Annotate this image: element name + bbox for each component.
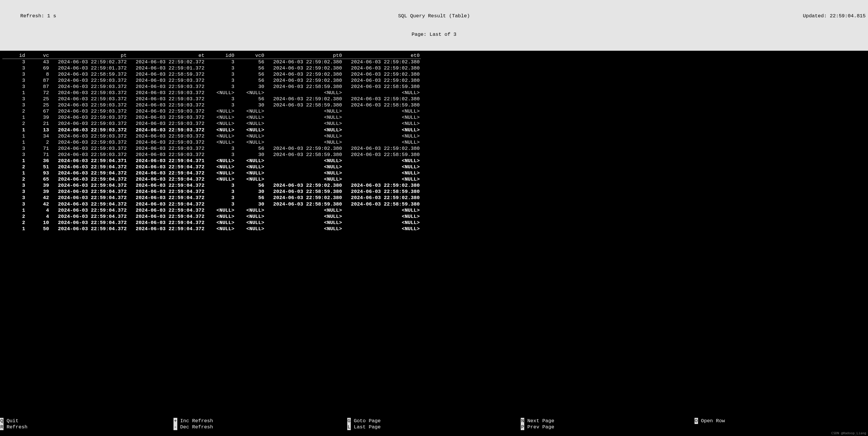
cell-pt0: 2024-06-03 22:59:02.380 — [266, 145, 343, 152]
cell-id: 3 — [2, 182, 26, 188]
cell-et: 2024-06-03 22:59:04.372 — [128, 220, 206, 226]
col-vc: vc — [26, 53, 51, 59]
cell-et: 2024-06-03 22:59:03.372 — [128, 90, 206, 96]
cell-pt0: 2024-06-03 22:58:59.380 — [266, 152, 343, 158]
cell-et0: 2024-06-03 22:58:59.380 — [343, 201, 421, 207]
table-row[interactable]: 1722024-06-03 22:59:03.3722024-06-03 22:… — [2, 90, 421, 96]
cell-et: 2024-06-03 22:59:04.372 — [128, 164, 206, 170]
cell-id: 3 — [2, 145, 26, 152]
cell-et0: 2024-06-03 22:58:59.380 — [343, 84, 421, 90]
keycap: Q — [0, 418, 3, 424]
table-row[interactable]: 3872024-06-03 22:59:03.3722024-06-03 22:… — [2, 78, 421, 84]
table-row[interactable]: 122024-06-03 22:59:03.3722024-06-03 22:5… — [2, 139, 421, 145]
table-row[interactable]: 1342024-06-03 22:59:03.3722024-06-03 22:… — [2, 133, 421, 139]
table-row[interactable]: 3712024-06-03 22:59:03.3722024-06-03 22:… — [2, 152, 421, 158]
help-key-open-row[interactable]: O Open Row — [694, 418, 868, 424]
table-row[interactable]: 3252024-06-03 22:59:03.3722024-06-03 22:… — [2, 102, 421, 108]
table-row[interactable]: 3392024-06-03 22:59:04.3722024-06-03 22:… — [2, 182, 421, 188]
help-key-dec-refresh[interactable]: - Dec Refresh — [174, 424, 347, 430]
table-row[interactable]: 2652024-06-03 22:59:04.3722024-06-03 22:… — [2, 176, 421, 182]
table-row[interactable]: 142024-06-03 22:59:04.3722024-06-03 22:5… — [2, 207, 421, 213]
cell-vc: 4 — [26, 207, 51, 213]
table-row[interactable]: 2512024-06-03 22:59:04.3722024-06-03 22:… — [2, 164, 421, 170]
help-key-next-page[interactable]: N Next Page — [521, 418, 694, 424]
cell-vc0: 30 — [236, 84, 266, 90]
cell-pt: 2024-06-03 22:59:03.372 — [50, 127, 128, 133]
cell-id: 2 — [2, 220, 26, 226]
table-row[interactable]: 1132024-06-03 22:59:03.3722024-06-03 22:… — [2, 127, 421, 133]
table-row[interactable]: 242024-06-03 22:59:04.3722024-06-03 22:5… — [2, 213, 421, 220]
help-key-goto-page[interactable]: G Goto Page — [347, 418, 521, 424]
cell-vc0: <NULL> — [236, 226, 266, 232]
cell-vc0: 56 — [236, 71, 266, 78]
cell-pt: 2024-06-03 22:59:04.372 — [50, 207, 128, 213]
cell-pt: 2024-06-03 22:59:03.372 — [50, 108, 128, 114]
cell-pt: 2024-06-03 22:59:04.372 — [50, 176, 128, 182]
table-row[interactable]: 3872024-06-03 22:59:03.3722024-06-03 22:… — [2, 84, 421, 90]
table-row[interactable]: 3432024-06-03 22:59:02.3722024-06-03 22:… — [2, 59, 421, 65]
help-key-refresh[interactable]: R Refresh — [0, 424, 174, 430]
cell-id0: <NULL> — [206, 120, 236, 127]
cell-vc0: <NULL> — [236, 108, 266, 114]
table-row[interactable]: 3692024-06-03 22:59:01.3722024-06-03 22:… — [2, 65, 421, 71]
table-row[interactable]: 3712024-06-03 22:59:03.3722024-06-03 22:… — [2, 145, 421, 152]
table-row[interactable]: 1392024-06-03 22:59:03.3722024-06-03 22:… — [2, 114, 421, 120]
cell-id: 2 — [2, 176, 26, 182]
help-key-quit[interactable]: Q Quit — [0, 418, 174, 424]
cell-pt0: 2024-06-03 22:59:02.380 — [266, 65, 343, 71]
cell-id0: <NULL> — [206, 133, 236, 139]
cell-id: 3 — [2, 102, 26, 108]
cell-id: 2 — [2, 108, 26, 114]
table-row[interactable]: 1932024-06-03 22:59:04.3722024-06-03 22:… — [2, 170, 421, 176]
cell-vc: 50 — [26, 226, 51, 232]
cell-et0: <NULL> — [343, 139, 421, 145]
help-key-prev-page[interactable]: P Prev Page — [521, 424, 694, 430]
cell-vc0: <NULL> — [236, 127, 266, 133]
cell-id0: <NULL> — [206, 158, 236, 164]
table-row[interactable]: 3392024-06-03 22:59:04.3722024-06-03 22:… — [2, 188, 421, 195]
cell-et: 2024-06-03 22:59:04.372 — [128, 188, 206, 195]
cell-id0: <NULL> — [206, 164, 236, 170]
cell-pt0: <NULL> — [266, 158, 343, 164]
table-row[interactable]: 2102024-06-03 22:59:04.3722024-06-03 22:… — [2, 220, 421, 226]
cell-id0: 3 — [206, 78, 236, 84]
table-row[interactable]: 1362024-06-03 22:59:04.3712024-06-03 22:… — [2, 158, 421, 164]
help-col: Q QuitR Refresh — [0, 418, 174, 430]
cell-pt: 2024-06-03 22:59:01.372 — [50, 65, 128, 71]
cell-et0: <NULL> — [343, 158, 421, 164]
cell-et: 2024-06-03 22:59:03.372 — [128, 139, 206, 145]
help-label: Refresh — [3, 424, 28, 430]
cell-vc0: 56 — [236, 59, 266, 65]
help-label: Open Row — [698, 418, 725, 424]
keycap: O — [694, 418, 698, 424]
table-row[interactable]: 3252024-06-03 22:59:03.3722024-06-03 22:… — [2, 96, 421, 102]
cell-id0: <NULL> — [206, 207, 236, 213]
cell-pt: 2024-06-03 22:59:04.371 — [50, 158, 128, 164]
table-row[interactable]: 382024-06-03 22:58:59.3722024-06-03 22:5… — [2, 71, 421, 78]
cell-vc: 39 — [26, 188, 51, 195]
cell-id: 3 — [2, 71, 26, 78]
result-table: id vc pt et id0 vc0 pt0 et0 3432024-06-0… — [2, 53, 421, 232]
status-bar: Refresh: 1 s SQL Query Result (Table) Pa… — [0, 0, 868, 51]
help-label: Next Page — [524, 418, 554, 424]
cell-pt: 2024-06-03 22:59:03.372 — [50, 145, 128, 152]
cell-id0: <NULL> — [206, 226, 236, 232]
table-row[interactable]: 1502024-06-03 22:59:04.3722024-06-03 22:… — [2, 226, 421, 232]
cell-id0: 3 — [206, 71, 236, 78]
table-row[interactable]: 3422024-06-03 22:59:04.3722024-06-03 22:… — [2, 195, 421, 201]
cell-id0: <NULL> — [206, 114, 236, 120]
cell-vc0: <NULL> — [236, 176, 266, 182]
table-row[interactable]: 2212024-06-03 22:59:03.3722024-06-03 22:… — [2, 120, 421, 127]
cell-id0: 3 — [206, 59, 236, 65]
help-key-inc-refresh[interactable]: + Inc Refresh — [174, 418, 347, 424]
cell-id0: <NULL> — [206, 213, 236, 220]
cell-pt: 2024-06-03 22:59:03.372 — [50, 78, 128, 84]
cell-id: 1 — [2, 158, 26, 164]
table-row[interactable]: 2672024-06-03 22:59:03.3722024-06-03 22:… — [2, 108, 421, 114]
cell-et: 2024-06-03 22:59:03.372 — [128, 84, 206, 90]
table-row[interactable]: 3422024-06-03 22:59:04.3722024-06-03 22:… — [2, 201, 421, 207]
cell-id: 3 — [2, 152, 26, 158]
help-key-last-page[interactable]: L Last Page — [347, 424, 521, 430]
cell-et0: <NULL> — [343, 226, 421, 232]
cell-vc: 65 — [26, 176, 51, 182]
